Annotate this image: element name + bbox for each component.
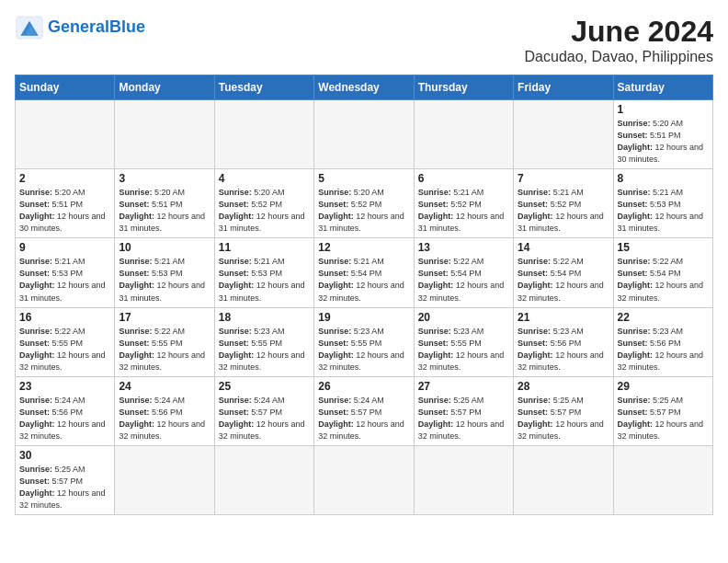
day-info: Sunrise: 5:23 AMSunset: 5:56 PMDaylight:… [618, 326, 709, 373]
day-number: 24 [119, 380, 210, 393]
day-number: 11 [219, 241, 310, 254]
day-number: 29 [618, 380, 709, 393]
week-row-3: 16Sunrise: 5:22 AMSunset: 5:55 PMDayligh… [16, 307, 713, 376]
calendar-cell: 12Sunrise: 5:21 AMSunset: 5:54 PMDayligh… [314, 238, 414, 307]
calendar-cell: 20Sunrise: 5:23 AMSunset: 5:55 PMDayligh… [414, 307, 513, 376]
calendar-cell: 5Sunrise: 5:20 AMSunset: 5:52 PMDaylight… [314, 169, 414, 238]
day-number: 27 [418, 380, 509, 393]
calendar-cell [115, 445, 214, 514]
day-info: Sunrise: 5:24 AMSunset: 5:57 PMDaylight:… [219, 395, 310, 442]
week-row-1: 2Sunrise: 5:20 AMSunset: 5:51 PMDaylight… [16, 169, 713, 238]
day-info: Sunrise: 5:25 AMSunset: 5:57 PMDaylight:… [518, 395, 609, 442]
calendar-cell: 15Sunrise: 5:22 AMSunset: 5:54 PMDayligh… [613, 238, 712, 307]
weekday-thursday: Thursday [414, 75, 513, 100]
day-number: 3 [119, 172, 210, 185]
week-row-5: 30Sunrise: 5:25 AMSunset: 5:57 PMDayligh… [16, 445, 713, 514]
location-title: Dacudao, Davao, Philippines [525, 49, 713, 65]
calendar-cell [214, 445, 313, 514]
calendar-cell: 9Sunrise: 5:21 AMSunset: 5:53 PMDaylight… [16, 238, 115, 307]
day-number: 14 [518, 241, 609, 254]
weekday-monday: Monday [115, 75, 214, 100]
weekday-saturday: Saturday [613, 75, 712, 100]
calendar-cell [115, 100, 214, 169]
calendar-cell [514, 445, 613, 514]
day-info: Sunrise: 5:21 AMSunset: 5:52 PMDaylight:… [518, 187, 609, 235]
day-number: 26 [318, 380, 409, 393]
day-info: Sunrise: 5:25 AMSunset: 5:57 PMDaylight:… [19, 464, 110, 511]
day-number: 19 [318, 311, 409, 324]
calendar-cell: 8Sunrise: 5:21 AMSunset: 5:53 PMDaylight… [613, 169, 712, 238]
calendar-cell: 3Sunrise: 5:20 AMSunset: 5:51 PMDaylight… [115, 169, 214, 238]
calendar-cell [16, 100, 115, 169]
calendar-cell [314, 100, 414, 169]
day-number: 28 [518, 380, 609, 393]
weekday-sunday: Sunday [16, 75, 115, 100]
weekday-wednesday: Wednesday [314, 75, 414, 100]
calendar-cell: 21Sunrise: 5:23 AMSunset: 5:56 PMDayligh… [514, 307, 613, 376]
calendar-cell: 17Sunrise: 5:22 AMSunset: 5:55 PMDayligh… [115, 307, 214, 376]
calendar-cell: 25Sunrise: 5:24 AMSunset: 5:57 PMDayligh… [214, 376, 313, 445]
day-number: 16 [19, 311, 110, 324]
day-number: 5 [318, 172, 409, 185]
week-row-2: 9Sunrise: 5:21 AMSunset: 5:53 PMDaylight… [16, 238, 713, 307]
day-info: Sunrise: 5:24 AMSunset: 5:56 PMDaylight:… [119, 395, 210, 442]
day-number: 22 [618, 311, 709, 324]
day-info: Sunrise: 5:23 AMSunset: 5:56 PMDaylight:… [518, 326, 609, 373]
day-number: 2 [19, 172, 110, 185]
day-info: Sunrise: 5:23 AMSunset: 5:55 PMDaylight:… [219, 326, 310, 373]
calendar-cell: 22Sunrise: 5:23 AMSunset: 5:56 PMDayligh… [613, 307, 712, 376]
day-number: 17 [119, 311, 210, 324]
day-info: Sunrise: 5:25 AMSunset: 5:57 PMDaylight:… [618, 395, 709, 442]
day-number: 9 [19, 241, 110, 254]
day-number: 12 [318, 241, 409, 254]
calendar-cell: 23Sunrise: 5:24 AMSunset: 5:56 PMDayligh… [16, 376, 115, 445]
day-number: 6 [418, 172, 509, 185]
day-number: 15 [618, 241, 709, 254]
calendar-cell [314, 445, 414, 514]
calendar-cell: 19Sunrise: 5:23 AMSunset: 5:55 PMDayligh… [314, 307, 414, 376]
month-title: June 2024 [525, 15, 713, 49]
day-number: 1 [618, 103, 709, 116]
weekday-tuesday: Tuesday [214, 75, 313, 100]
header: GeneralBlue June 2024 Dacudao, Davao, Ph… [15, 15, 713, 65]
day-info: Sunrise: 5:21 AMSunset: 5:53 PMDaylight:… [618, 187, 709, 235]
day-info: Sunrise: 5:21 AMSunset: 5:53 PMDaylight:… [119, 256, 210, 304]
calendar-cell: 24Sunrise: 5:24 AMSunset: 5:56 PMDayligh… [115, 376, 214, 445]
day-info: Sunrise: 5:20 AMSunset: 5:51 PMDaylight:… [19, 187, 110, 235]
day-info: Sunrise: 5:21 AMSunset: 5:54 PMDaylight:… [318, 256, 409, 304]
calendar-cell: 4Sunrise: 5:20 AMSunset: 5:52 PMDaylight… [214, 169, 313, 238]
day-info: Sunrise: 5:22 AMSunset: 5:54 PMDaylight:… [618, 256, 709, 304]
day-info: Sunrise: 5:25 AMSunset: 5:57 PMDaylight:… [418, 395, 509, 442]
day-info: Sunrise: 5:24 AMSunset: 5:57 PMDaylight:… [318, 395, 409, 442]
day-number: 23 [19, 380, 110, 393]
calendar-cell: 27Sunrise: 5:25 AMSunset: 5:57 PMDayligh… [414, 376, 513, 445]
weekday-header-row: SundayMondayTuesdayWednesdayThursdayFrid… [16, 75, 713, 100]
week-row-4: 23Sunrise: 5:24 AMSunset: 5:56 PMDayligh… [16, 376, 713, 445]
day-info: Sunrise: 5:21 AMSunset: 5:52 PMDaylight:… [418, 187, 509, 235]
logo-icon [15, 15, 44, 40]
day-info: Sunrise: 5:20 AMSunset: 5:52 PMDaylight:… [219, 187, 310, 235]
day-info: Sunrise: 5:21 AMSunset: 5:53 PMDaylight:… [219, 256, 310, 304]
calendar-cell: 13Sunrise: 5:22 AMSunset: 5:54 PMDayligh… [414, 238, 513, 307]
day-number: 13 [418, 241, 509, 254]
title-area: June 2024 Dacudao, Davao, Philippines [525, 15, 713, 65]
calendar-cell [414, 100, 513, 169]
day-info: Sunrise: 5:21 AMSunset: 5:53 PMDaylight:… [19, 256, 110, 304]
day-number: 25 [219, 380, 310, 393]
calendar-cell: 10Sunrise: 5:21 AMSunset: 5:53 PMDayligh… [115, 238, 214, 307]
day-number: 20 [418, 311, 509, 324]
day-info: Sunrise: 5:22 AMSunset: 5:54 PMDaylight:… [518, 256, 609, 304]
day-number: 18 [219, 311, 310, 324]
day-number: 7 [518, 172, 609, 185]
calendar-cell: 29Sunrise: 5:25 AMSunset: 5:57 PMDayligh… [613, 376, 712, 445]
calendar-cell: 28Sunrise: 5:25 AMSunset: 5:57 PMDayligh… [514, 376, 613, 445]
day-info: Sunrise: 5:23 AMSunset: 5:55 PMDaylight:… [318, 326, 409, 373]
day-info: Sunrise: 5:20 AMSunset: 5:51 PMDaylight:… [618, 118, 709, 166]
day-info: Sunrise: 5:20 AMSunset: 5:52 PMDaylight:… [318, 187, 409, 235]
day-number: 4 [219, 172, 310, 185]
calendar-cell: 26Sunrise: 5:24 AMSunset: 5:57 PMDayligh… [314, 376, 414, 445]
day-info: Sunrise: 5:23 AMSunset: 5:55 PMDaylight:… [418, 326, 509, 373]
calendar-cell: 11Sunrise: 5:21 AMSunset: 5:53 PMDayligh… [214, 238, 313, 307]
calendar-cell: 2Sunrise: 5:20 AMSunset: 5:51 PMDaylight… [16, 169, 115, 238]
day-number: 8 [618, 172, 709, 185]
